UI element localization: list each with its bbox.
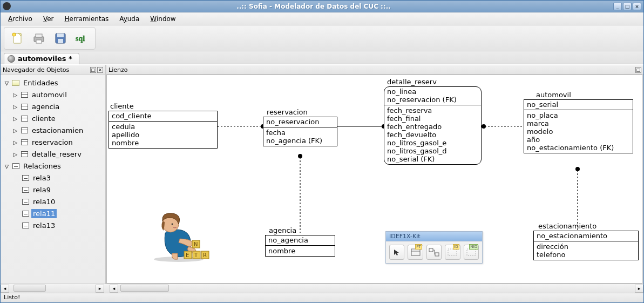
entity-title: estacionamiento xyxy=(538,222,596,230)
entity-icon xyxy=(21,104,28,110)
entity-estacionamiento[interactable]: no_estacionamiento dirección telefono xyxy=(533,231,639,260)
entity-detalle-reserv[interactable]: no_linea no_reservacion (FK) fech_reserv… xyxy=(384,86,482,165)
entity-attr: no_litros_gasol_d xyxy=(387,147,478,155)
expand-icon[interactable]: ▷ xyxy=(12,150,18,158)
cursor-icon xyxy=(393,248,401,256)
menu-archivo[interactable]: Archivo xyxy=(4,14,37,24)
expand-icon[interactable]: ▷ xyxy=(12,91,18,99)
collapse-icon[interactable]: ▽ xyxy=(4,162,10,170)
relation-icon xyxy=(22,223,29,228)
scroll-left-button[interactable]: ◂ xyxy=(1,285,9,293)
scroll-left-button[interactable]: ◂ xyxy=(110,285,118,293)
tree-node-relation[interactable]: rela13 xyxy=(2,219,104,231)
toolbar-sql-button[interactable]: sql xyxy=(73,30,91,47)
expand-icon[interactable]: ▷ xyxy=(12,126,18,134)
tree-node-relation[interactable]: rela10 xyxy=(2,196,104,207)
scroll-right-button[interactable]: ▸ xyxy=(635,285,643,293)
entity-attr: fecha xyxy=(266,129,334,137)
palette-entity-pt-button[interactable]: PT xyxy=(408,245,423,260)
entity-title: automovil xyxy=(536,91,571,99)
tree-node-entity[interactable]: ▷estacionamien xyxy=(2,124,104,136)
scroll-thumb[interactable] xyxy=(120,285,169,292)
svg-point-19 xyxy=(575,167,580,171)
tree-node-entity[interactable]: ▷automovil xyxy=(2,89,104,100)
tree-node-relation[interactable]: rela11 xyxy=(2,207,104,219)
entity-attr: fech_devuelto xyxy=(387,131,478,139)
toolbar-print-button[interactable] xyxy=(30,30,48,47)
menu-window[interactable]: Window xyxy=(146,14,180,24)
entity-cliente[interactable]: cod_cliente cedula apellido nombre xyxy=(109,111,218,149)
svg-rect-8 xyxy=(58,39,63,43)
object-navigator-title: Navegador de Objetos xyxy=(3,66,69,73)
svg-point-17 xyxy=(298,154,302,158)
scroll-right-button[interactable]: ▸ xyxy=(96,285,104,293)
window-title: ..:: Sofia - Modelador de Datos del CUC … xyxy=(14,3,613,10)
entity-icon xyxy=(411,248,421,256)
svg-text:T: T xyxy=(194,252,198,258)
entity-title: agencia xyxy=(269,226,296,234)
expand-icon[interactable]: ▷ xyxy=(12,103,18,111)
document-tab[interactable]: automoviles * xyxy=(4,53,79,64)
scroll-thumb[interactable] xyxy=(13,285,46,292)
menu-herramientas[interactable]: Herramientas xyxy=(60,14,113,24)
tree-node-entity[interactable]: ▷cliente xyxy=(2,112,104,124)
palette-id-button[interactable]: ID xyxy=(445,245,460,260)
minimize-button[interactable]: _ xyxy=(613,3,622,10)
entity-key: no_reservacion (FK) xyxy=(387,96,478,104)
toolbar-new-button[interactable] xyxy=(9,30,26,47)
status-text: Listo! xyxy=(4,294,20,301)
tree-node-entidades[interactable]: ▽ Entidades xyxy=(2,77,104,89)
palette-title[interactable]: IDEF1X-Kit xyxy=(386,232,482,241)
horizontal-scrollbar[interactable]: ◂ ▸ ◂ ▸ xyxy=(1,284,643,293)
expand-icon[interactable]: ▷ xyxy=(12,115,18,123)
entity-automovil[interactable]: no_serial no_placa marca modelo año no_e… xyxy=(524,99,633,153)
entity-key: no_agencia xyxy=(268,236,332,244)
palette-pointer-button[interactable] xyxy=(389,245,404,260)
tree-label: rela9 xyxy=(31,185,52,194)
nid-tag: NID xyxy=(469,244,478,250)
panel-toggle-button[interactable]: □ xyxy=(635,67,641,73)
diagram-canvas[interactable]: cliente cod_cliente cedula apellido nomb… xyxy=(106,75,642,284)
tree-node-entity[interactable]: ▷agencia xyxy=(2,100,104,112)
tree-node-relation[interactable]: rela9 xyxy=(2,184,104,196)
entity-key: no_estacionamiento xyxy=(537,232,635,240)
document-tabbar: automoviles * xyxy=(1,51,643,64)
panel-toggle-button[interactable]: □ xyxy=(90,67,96,73)
palette-relation-button[interactable] xyxy=(426,245,442,260)
toolbar-save-button[interactable] xyxy=(52,30,69,47)
new-file-icon xyxy=(11,32,24,45)
tree-node-entity[interactable]: ▷reservacion xyxy=(2,136,104,148)
collapse-icon[interactable]: ▽ xyxy=(4,79,10,87)
entity-key: cod_cliente xyxy=(112,112,214,120)
tree-label: Relaciones xyxy=(22,161,63,171)
svg-rect-23 xyxy=(435,253,439,256)
tree-label: detalle_reserv xyxy=(30,150,83,159)
tree-label: cliente xyxy=(30,114,57,123)
relation-icon xyxy=(22,187,29,193)
svg-rect-25 xyxy=(467,249,476,255)
tree-node-relation[interactable]: rela3 xyxy=(2,172,104,184)
entity-icon xyxy=(21,151,28,157)
object-navigator-panel: Navegador de Objetos □ × ▽ Entidades ▷au… xyxy=(1,65,106,284)
close-button[interactable]: × xyxy=(633,3,641,10)
panel-close-button[interactable]: × xyxy=(97,67,103,73)
menu-ver[interactable]: Ver xyxy=(39,14,58,24)
entity-reservacion[interactable]: no_reservacion fecha no_agencia (FK) xyxy=(263,117,337,146)
object-tree[interactable]: ▽ Entidades ▷automovil ▷agencia ▷cliente… xyxy=(1,75,105,284)
maximize-button[interactable]: □ xyxy=(623,3,632,10)
expand-icon[interactable]: ▷ xyxy=(12,138,18,146)
tree-label: reservacion xyxy=(30,138,74,147)
entity-title: cliente xyxy=(110,102,134,110)
palette-nid-button[interactable]: NID xyxy=(464,245,479,260)
idef1x-palette[interactable]: IDEF1X-Kit PT ID NID xyxy=(385,231,483,264)
printer-icon xyxy=(32,32,45,45)
svg-rect-22 xyxy=(429,248,433,252)
entity-attr: modelo xyxy=(527,127,630,136)
tree-node-relaciones[interactable]: ▽ Relaciones xyxy=(2,160,104,172)
canvas-title: Lienzo xyxy=(109,66,127,73)
menu-ayuda[interactable]: Ayuda xyxy=(115,14,144,24)
entity-key: no_linea xyxy=(387,87,478,96)
svg-rect-7 xyxy=(57,33,64,37)
entity-agencia[interactable]: no_agencia nombre xyxy=(265,235,335,257)
tree-node-entity[interactable]: ▷detalle_reserv xyxy=(2,148,104,160)
